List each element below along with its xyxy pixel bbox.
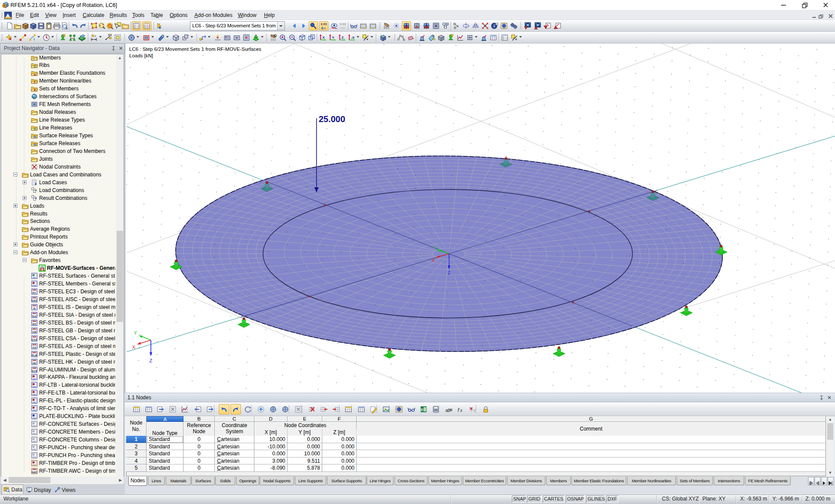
svg-text:AISC: AISC bbox=[31, 299, 38, 302]
svg-text:X: X bbox=[132, 345, 136, 350]
svg-text:ab: ab bbox=[445, 408, 451, 413]
svg-text:X: X bbox=[432, 258, 435, 263]
svg-text:x: x bbox=[460, 408, 463, 413]
svg-text:Z: Z bbox=[341, 36, 344, 40]
svg-text:w: w bbox=[33, 73, 36, 76]
svg-text:IS: IS bbox=[33, 307, 36, 309]
svg-text:Y: Y bbox=[433, 246, 436, 251]
svg-text:f: f bbox=[458, 407, 460, 413]
svg-text:AWC: AWC bbox=[31, 471, 38, 473]
svg-text:5: 5 bbox=[3, 4, 5, 8]
svg-text:i: i bbox=[494, 23, 495, 28]
svg-text:X.XX: X.XX bbox=[321, 23, 327, 26]
svg-text:EC: EC bbox=[33, 292, 37, 294]
svg-text:X: X bbox=[322, 36, 324, 40]
svg-text:Y: Y bbox=[332, 36, 334, 40]
svg-text:-X: -X bbox=[351, 36, 354, 40]
svg-text:HK: HK bbox=[33, 361, 37, 364]
svg-text:X.XX: X.XX bbox=[340, 23, 346, 26]
svg-text:CSA: CSA bbox=[32, 338, 37, 341]
svg-text:PLM: PLM bbox=[32, 354, 37, 356]
svg-text:GB: GB bbox=[33, 330, 37, 333]
svg-text:Z: Z bbox=[150, 358, 153, 363]
svg-text:LC6 : Step 6/23 Movement Sets: LC6 : Step 6/23 Movement Sets 1 from RF-… bbox=[129, 46, 261, 52]
svg-text:SIA: SIA bbox=[32, 315, 37, 317]
svg-text:BS: BS bbox=[33, 322, 36, 325]
svg-text:x: x bbox=[95, 34, 97, 37]
svg-text:EC9: EC9 bbox=[32, 369, 37, 372]
svg-text:25.000: 25.000 bbox=[319, 114, 345, 124]
svg-text:I: I bbox=[34, 37, 35, 41]
svg-text:X: X bbox=[421, 408, 423, 412]
svg-text:Z: Z bbox=[448, 271, 450, 275]
svg-text:Y: Y bbox=[134, 330, 137, 335]
svg-text:Loads [kN]: Loads [kN] bbox=[129, 53, 153, 58]
svg-text:XX: XX bbox=[108, 34, 112, 36]
svg-text:AS: AS bbox=[33, 346, 36, 348]
